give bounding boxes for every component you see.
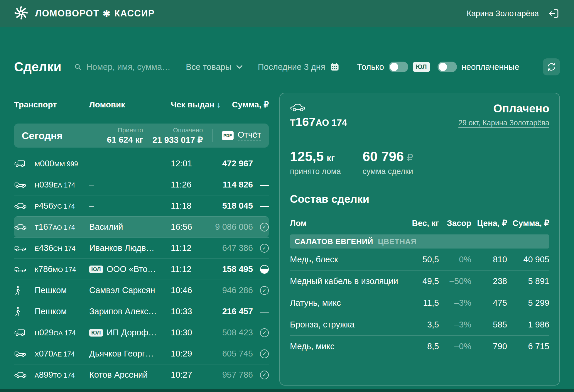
deal-row[interactable]: Н039ЕА174 – 11:26 114 826 — — [14, 174, 269, 195]
deal-sum: 605 745 — [204, 349, 253, 359]
deal-lomovik: – — [89, 180, 171, 190]
deal-row[interactable]: Пешком Самвэл Сарксян 10:46 946 286 ✓ — [14, 280, 269, 301]
search-box[interactable] — [74, 62, 171, 72]
weight-label: принято лома — [290, 167, 341, 176]
column-lom: Лом — [290, 219, 404, 228]
column-price: Цена, ₽ — [471, 218, 507, 228]
truck-icon — [14, 159, 28, 168]
deal-status: — — [253, 201, 269, 211]
deal-plate: М000ММ999 — [35, 159, 89, 168]
deal-row[interactable]: Н029ОА174 ЮЛИП Дороф… 10:30 508 423 ✓ — [14, 322, 269, 343]
user-name: Карина Золотарёва — [467, 9, 539, 18]
deal-row[interactable]: М000ММ999 – 12:01 472 967 — — [14, 153, 269, 174]
paid-check-icon: ✓ — [260, 371, 269, 379]
sum-stat: 60 796 ₽ сумма сделки — [362, 148, 413, 176]
deal-lomovik: ЮЛИП Дороф… — [89, 328, 171, 337]
search-input[interactable] — [86, 62, 171, 72]
report-button[interactable]: PDF Отчёт — [222, 130, 261, 141]
item-price: 585 — [471, 320, 507, 330]
item-name: Медь, микс — [290, 342, 404, 351]
deal-plate: Т167АО174 — [35, 222, 89, 232]
deal-row[interactable]: Пешком Зарипов Алекс… 10:33 216 457 — — [14, 301, 269, 322]
car-icon — [290, 102, 347, 113]
column-sum[interactable]: Сумма, ₽ — [204, 100, 269, 109]
yul-badge: ЮЛ — [89, 266, 103, 273]
item-sum: 5 299 — [507, 298, 549, 308]
item-sum: 1 986 — [507, 320, 549, 330]
unpaid-toggle[interactable] — [438, 62, 457, 72]
group-name: САЛАТОВ ЕВГЕНИЙ — [295, 237, 373, 246]
accepted-total: Принято 61 624 кг — [107, 126, 143, 145]
weight-unit: кг — [327, 153, 335, 163]
deal-detail-card: Т167АО174 Оплачено 29 окт, Карина Золота… — [279, 93, 560, 386]
composition-row[interactable]: Бронза, стружка 3,5 –3% 585 1 986 — [290, 314, 549, 335]
van-icon — [14, 265, 27, 273]
logout-icon — [548, 8, 560, 19]
deal-row[interactable]: Р456УС174 – 11:18 518 045 — — [14, 195, 269, 216]
pedestrian-icon — [14, 285, 22, 295]
paid-check-icon: ✓ — [260, 244, 269, 253]
deal-plate: Р456УС174 — [35, 201, 89, 211]
sum-unit: ₽ — [407, 152, 413, 163]
logo-icon — [13, 5, 29, 22]
deals-table-header: Транспорт Ломовик Чек выдан ↓ Сумма, ₽ — [14, 100, 269, 109]
deal-time: 11:26 — [171, 180, 204, 190]
deal-time: 10:46 — [171, 285, 204, 295]
item-sum: 40 905 — [507, 255, 549, 264]
deal-lomovik: Василий — [89, 222, 171, 232]
card-divider — [280, 137, 559, 137]
item-weight: 11,5 — [404, 298, 439, 308]
top-bar: ЛОМОВОРОТ ✱ КАССИР Карина Золотарёва — [0, 0, 574, 27]
composition-row[interactable]: Медь, микс 8,5 –0% 790 6 715 — [290, 335, 549, 357]
deal-time: 11:12 — [171, 243, 204, 253]
van-icon — [14, 244, 27, 252]
period-filter-dropdown[interactable]: Последние 3 дня — [258, 62, 339, 72]
logout-button[interactable] — [547, 7, 561, 20]
deal-time: 12:01 — [171, 159, 204, 168]
composition-row[interactable]: Медный кабель в изоляции 49,5 –50% 238 5… — [290, 270, 549, 292]
payment-meta-link[interactable]: 29 окт, Карина Золотарёва — [458, 119, 549, 127]
page-title: Сделки — [14, 60, 61, 74]
app-name: ЛОМОВОРОТ — [35, 8, 99, 19]
deal-sum: 114 826 — [204, 180, 253, 190]
paid-check-icon: ✓ — [260, 349, 269, 358]
chevron-down-icon — [236, 65, 243, 69]
composition-row[interactable]: Латунь, микс 11,5 –3% 475 5 299 — [290, 292, 549, 314]
goods-filter-label: Все товары — [186, 62, 231, 72]
unpaid-toggle-knob — [439, 63, 447, 71]
deal-time: 10:29 — [171, 349, 204, 359]
sum-value: 60 796 — [362, 148, 404, 164]
item-name: Медь, блеск — [290, 255, 404, 264]
deal-lomovik: Котов Арсений — [89, 370, 171, 380]
deal-row[interactable]: Х070АЕ174 Дьячков Георг… 10:29 605 745 ✓ — [14, 343, 269, 364]
deal-sum: 9 086 006 — [204, 222, 253, 232]
deal-row[interactable]: Т167АО174 Василий 16:56 9 086 006 ✓ — [14, 216, 269, 237]
composition-row[interactable]: Медь, блеск 50,5 –0% 810 40 905 — [290, 249, 549, 270]
unpaid-dash-icon: — — [260, 158, 269, 168]
deal-plate: К786МО174 — [35, 264, 89, 274]
deal-sum: 946 286 — [204, 285, 253, 295]
deal-row[interactable]: Е436СН174 Иванков Людв… 11:12 647 386 ✓ — [14, 237, 269, 258]
deal-row[interactable]: К786МО174 ЮЛООО «Вто… 11:12 158 495 — [14, 258, 269, 280]
app-separator-icon: ✱ — [103, 8, 111, 19]
today-divider — [212, 129, 212, 142]
deal-status: — — [253, 180, 269, 190]
deal-lomovik: – — [89, 201, 171, 211]
yul-badge: ЮЛ — [89, 329, 103, 337]
composition-title: Состав сделки — [290, 193, 549, 205]
deal-time: 10:33 — [171, 307, 204, 316]
group-category: ЦВЕТНАЯ — [378, 237, 416, 246]
weight-value: 125,5 — [290, 148, 324, 164]
column-transport[interactable]: Транспорт — [14, 100, 89, 109]
only-label: Только — [357, 62, 384, 72]
yul-badge: ЮЛ — [413, 62, 430, 72]
app-title: ЛОМОВОРОТ ✱ КАССИР — [35, 8, 155, 19]
deal-row[interactable]: А899ТО174 Котов Арсений 10:27 957 786 ✓ — [14, 364, 269, 385]
column-lomovik[interactable]: Ломовик — [89, 100, 171, 109]
refresh-button[interactable] — [543, 58, 560, 75]
deal-sum: 472 967 — [204, 159, 253, 168]
van-icon — [14, 180, 27, 189]
yul-toggle[interactable] — [389, 62, 408, 72]
column-check[interactable]: Чек выдан ↓ — [171, 100, 204, 109]
goods-filter-dropdown[interactable]: Все товары — [186, 62, 242, 72]
